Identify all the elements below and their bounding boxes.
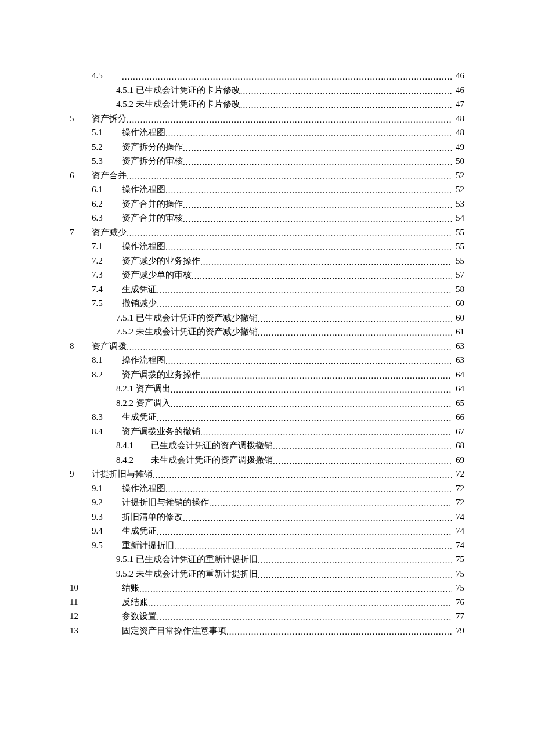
toc-entry[interactable]: 7.2资产减少的业务操作55 [70, 254, 464, 268]
toc-entry-number: 4.5 [92, 69, 122, 83]
toc-entry[interactable]: 4.5.2 未生成会计凭证的卡片修改47 [70, 97, 464, 111]
toc-entry-number: 5.3 [92, 154, 122, 168]
toc-entry-page: 75 [452, 552, 464, 567]
toc-entry-title: 资产合并的操作 [122, 197, 183, 211]
toc-entry[interactable]: 7.1操作流程图55 [70, 239, 464, 254]
toc-entry[interactable]: 8.4.2未生成会计凭证的资产调拨撤销69 [70, 453, 464, 467]
toc-leader-dots [127, 226, 452, 241]
toc-entry-page: 52 [452, 182, 464, 197]
toc-leader-dots [174, 539, 452, 554]
toc-entry[interactable]: 10结账75 [70, 581, 464, 595]
toc-entry-page: 47 [452, 97, 464, 111]
toc-entry-number: 7 [70, 225, 92, 240]
toc-entry-page: 63 [452, 339, 464, 354]
toc-entry-title: 4.5.2 未生成会计凭证的卡片修改 [116, 97, 240, 111]
toc-entry-page: 72 [452, 495, 464, 510]
toc-entry[interactable]: 8.2资产调拨的业务操作64 [70, 368, 464, 382]
toc-entry[interactable]: 6资产合并52 [70, 168, 464, 183]
toc-entry[interactable]: 5资产拆分48 [70, 111, 464, 126]
toc-entry[interactable]: 9计提折旧与摊销72 [70, 467, 464, 481]
toc-entry[interactable]: 12参数设置77 [70, 609, 464, 624]
toc-entry[interactable]: 11反结账76 [70, 595, 464, 610]
toc-leader-dots [240, 98, 452, 113]
toc-entry-number: 8.4 [92, 424, 122, 439]
table-of-contents: 4.5464.5.1 已生成会计凭证的卡片修改464.5.2 未生成会计凭证的卡… [70, 69, 464, 638]
toc-entry[interactable]: 6.1操作流程图52 [70, 182, 464, 197]
toc-entry-title: 8.2.1 资产调出 [116, 381, 171, 396]
toc-entry-page: 75 [452, 581, 464, 595]
toc-entry[interactable]: 6.3资产合并的审核54 [70, 211, 464, 225]
toc-entry[interactable]: 5.2资产拆分的操作49 [70, 140, 464, 154]
toc-leader-dots [157, 297, 452, 312]
toc-entry[interactable]: 8.4.1已生成会计凭证的资产调拨撤销68 [70, 438, 464, 453]
toc-leader-dots [226, 625, 452, 639]
toc-entry-page: 49 [452, 140, 464, 154]
toc-entry-title: 资产拆分的审核 [122, 154, 183, 168]
toc-entry[interactable]: 8.2.2 资产调入65 [70, 396, 464, 411]
toc-leader-dots [183, 212, 452, 226]
toc-entry[interactable]: 9.5重新计提折旧74 [70, 538, 464, 553]
toc-entry-number: 8 [70, 339, 92, 354]
toc-leader-dots [127, 340, 452, 355]
toc-entry-page: 76 [452, 595, 464, 610]
toc-entry-number: 10 [70, 581, 122, 595]
toc-entry-number: 12 [70, 609, 122, 624]
toc-entry-number: 7.1 [92, 239, 122, 254]
toc-leader-dots [139, 582, 452, 596]
toc-entry[interactable]: 8.1操作流程图63 [70, 353, 464, 368]
toc-entry-title: 9.5.1 已生成会计凭证的重新计提折旧 [116, 552, 258, 567]
toc-entry[interactable]: 8.4资产调拨业务的撤销67 [70, 424, 464, 439]
toc-entry-number: 11 [70, 595, 122, 610]
toc-leader-dots [157, 525, 452, 539]
toc-entry-page: 74 [452, 510, 464, 524]
toc-leader-dots [183, 198, 452, 213]
toc-entry[interactable]: 6.2资产合并的操作53 [70, 197, 464, 211]
toc-entry-page: 63 [452, 353, 464, 368]
toc-entry-title: 9.5.2 未生成会计凭证的重新计提折旧 [116, 567, 258, 581]
toc-entry-title: 资产合并 [92, 168, 127, 183]
toc-leader-dots [127, 113, 452, 127]
toc-entry[interactable]: 9.5.1 已生成会计凭证的重新计提折旧75 [70, 552, 464, 567]
toc-entry-title: 反结账 [122, 595, 148, 610]
toc-entry[interactable]: 8.2.1 资产调出64 [70, 381, 464, 396]
toc-entry[interactable]: 5.1操作流程图48 [70, 125, 464, 140]
toc-entry[interactable]: 9.2计提折旧与摊销的操作72 [70, 495, 464, 510]
toc-entry-page: 60 [452, 311, 464, 325]
toc-entry[interactable]: 9.4生成凭证74 [70, 524, 464, 538]
toc-entry[interactable]: 7.3资产减少单的审核57 [70, 268, 464, 282]
toc-entry-title: 生成凭证 [122, 282, 157, 297]
toc-entry-title: 资产调拨的业务操作 [122, 368, 200, 382]
toc-entry[interactable]: 7.5撤销减少60 [70, 296, 464, 311]
toc-leader-dots [192, 269, 452, 283]
toc-entry[interactable]: 7资产减少55 [70, 225, 464, 240]
toc-entry[interactable]: 9.5.2 未生成会计凭证的重新计提折旧75 [70, 567, 464, 581]
toc-entry[interactable]: 7.4生成凭证58 [70, 282, 464, 297]
toc-entry[interactable]: 7.5.1 已生成会计凭证的资产减少撤销60 [70, 311, 464, 325]
toc-entry[interactable]: 4.546 [70, 69, 464, 83]
toc-entry[interactable]: 4.5.1 已生成会计凭证的卡片修改46 [70, 83, 464, 98]
toc-entry-title: 参数设置 [122, 609, 157, 624]
toc-entry[interactable]: 7.5.2 未生成会计凭证的资产减少撤销61 [70, 325, 464, 339]
toc-entry[interactable]: 9.3折旧清单的修改74 [70, 510, 464, 524]
toc-leader-dots [200, 369, 452, 383]
toc-entry-number: 6.1 [92, 182, 122, 197]
toc-entry-page: 48 [452, 111, 464, 126]
toc-entry-title: 7.5.2 未生成会计凭证的资产减少撤销 [116, 325, 258, 339]
toc-entry[interactable]: 8.3生成凭证66 [70, 410, 464, 424]
toc-entry-number: 5 [70, 111, 92, 126]
toc-entry-page: 75 [452, 567, 464, 581]
toc-entry-page: 52 [452, 168, 464, 183]
toc-leader-dots [165, 240, 452, 255]
toc-leader-dots [157, 283, 452, 298]
toc-entry[interactable]: 13固定资产日常操作注意事项79 [70, 624, 464, 638]
toc-entry-page: 55 [452, 239, 464, 254]
toc-entry[interactable]: 9.1操作流程图72 [70, 481, 464, 496]
toc-entry-title: 重新计提折旧 [122, 538, 174, 553]
toc-entry-page: 64 [452, 368, 464, 382]
toc-entry[interactable]: 8资产调拨63 [70, 339, 464, 354]
toc-entry-title: 8.2.2 资产调入 [116, 396, 171, 411]
toc-entry[interactable]: 5.3资产拆分的审核50 [70, 154, 464, 168]
toc-entry-page: 57 [452, 268, 464, 282]
toc-entry-number: 9.1 [92, 481, 122, 496]
toc-entry-title: 资产拆分的操作 [122, 140, 183, 154]
